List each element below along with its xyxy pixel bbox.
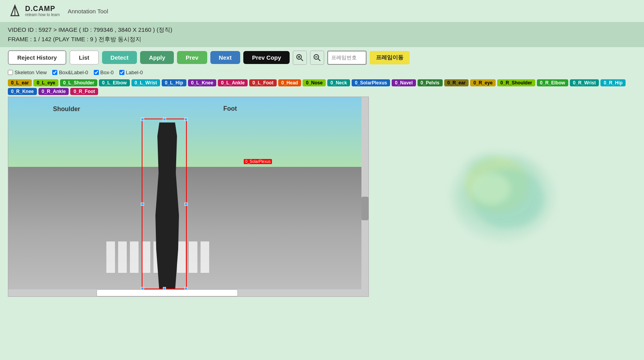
annotation-tool-label: Annotation Tool [68,8,108,15]
tag-0_R_Shoulder[interactable]: 0_R_Shoulder [497,79,535,86]
handle-middle-right[interactable] [184,203,188,206]
tag-0_R_Ankle[interactable]: 0_R_Ankle [38,88,69,95]
solar-plexus-label: 0_SolarPlexus [244,159,272,164]
sky [8,97,369,167]
label-0-input[interactable] [119,70,124,75]
toolbar: Reject History List Detect Apply Prev Ne… [0,47,644,68]
zoom-out-icon [313,54,321,62]
skeleton-view-checkbox[interactable]: Skeleton View [8,69,47,75]
zoom-in-icon [296,54,304,62]
svg-line-8 [318,59,320,61]
zoom-out-button[interactable] [310,51,324,65]
tag-0_L_ear[interactable]: 0_L_ear [8,79,32,86]
horizontal-scrollbar-thumb[interactable] [97,289,238,296]
horizontal-scrollbar[interactable] [8,289,361,296]
tag-0_L_Knee[interactable]: 0_L_Knee [188,79,217,86]
label-0-checkbox[interactable]: Label-0 [119,69,143,75]
info-line2: FRAME : 1 / 142 (PLAY TIME : 9 ) 전후방 동시정… [8,35,636,44]
main-content: 0_SolarPlexus [0,97,644,297]
tag-0_L_Foot[interactable]: 0_L_Foot [249,79,276,86]
scrollbar-thumb[interactable] [361,197,369,220]
handle-middle-left[interactable] [141,203,144,206]
box-0-label: Box-0 [100,69,114,75]
handle-top-center[interactable] [163,118,166,121]
box-0-checkbox[interactable]: Box-0 [94,69,114,75]
right-panel [369,97,636,297]
svg-line-4 [301,59,303,61]
zoom-in-button[interactable] [293,51,307,65]
tag-0_SolarPlexus[interactable]: 0_SolarPlexus [352,79,390,86]
tag-0_Nose[interactable]: 0_Nose [303,79,326,86]
logo-subtitle: relearn how to learn [25,13,60,17]
skeleton-view-label: Skeleton View [15,69,47,75]
logo-area: D.CAMP relearn how to learn [8,4,60,18]
skeleton-view-input[interactable] [8,70,13,75]
tag-0_L_Elbow[interactable]: 0_L_Elbow [99,79,130,86]
watercolor-svg [440,138,566,256]
bounding-box[interactable] [142,119,187,289]
tag-0_R_Wrist[interactable]: 0_R_Wrist [570,79,599,86]
header: D.CAMP relearn how to learn Annotation T… [0,0,644,22]
road-surface [8,167,369,296]
tag-0_R_Foot[interactable]: 0_R_Foot [70,88,98,95]
box-label-0-input[interactable] [52,70,57,75]
logo-title: D.CAMP [25,5,60,13]
tag-0_R_ear[interactable]: 0_R_ear [444,79,469,86]
tag-0_Navel[interactable]: 0_Navel [392,79,416,86]
tag-0_Neck[interactable]: 0_Neck [327,79,350,86]
next-button[interactable]: Next [210,51,241,64]
frame-number-input[interactable] [327,51,367,65]
tag-0_L_Ankle[interactable]: 0_L_Ankle [218,79,248,86]
box-label-0-label: Box&Label-0 [59,69,88,75]
tag-0_L_Wrist[interactable]: 0_L_Wrist [131,79,160,86]
road-background [8,97,369,296]
apply-button[interactable]: Apply [140,51,174,64]
tag-0_Head[interactable]: 0_Head [278,79,301,86]
prev-copy-button[interactable]: Prev Copy [243,51,290,64]
tag-0_Pelvis[interactable]: 0_Pelvis [418,79,443,86]
watercolor-visualization [440,138,566,256]
box-label-0-checkbox[interactable]: Box&Label-0 [52,69,88,75]
tag-0_L_eye[interactable]: 0_L_eye [33,79,58,86]
handle-top-right[interactable] [184,118,188,121]
info-bar: VIDEO ID : 5927 > IMAGE ( ID : 799346 , … [0,22,644,47]
list-button[interactable]: List [69,50,99,65]
tag-0_R_Elbow[interactable]: 0_R_Elbow [537,79,568,86]
box-0-input[interactable] [94,70,99,75]
logo-icon [8,4,22,18]
tag-0_R_Hip[interactable]: 0_R_Hip [600,79,626,86]
detect-button[interactable]: Detect [102,51,137,64]
checkbox-area: Skeleton View Box&Label-0 Box-0 Label-0 [0,68,644,78]
info-line1: VIDEO ID : 5927 > IMAGE ( ID : 799346 , … [8,25,636,35]
tag-0_R_eye[interactable]: 0_R_eye [470,79,496,86]
tag-0_L_Shoulder[interactable]: 0_L_Shoulder [60,79,97,86]
tag-0_R_Knee[interactable]: 0_R_Knee [8,88,37,95]
tag-0_L_Hip[interactable]: 0_L_Hip [162,79,186,86]
label-0-label: Label-0 [126,69,143,75]
image-area[interactable]: 0_SolarPlexus [8,97,369,297]
frame-move-button[interactable]: 프레임이동 [370,51,410,64]
vertical-scrollbar[interactable] [361,97,369,296]
handle-top-left[interactable] [141,118,144,121]
reject-history-button[interactable]: Reject History [8,50,66,65]
prev-button[interactable]: Prev [177,51,207,64]
tags-bar: 0_L_ear0_L_eye0_L_Shoulder0_L_Elbow0_L_W… [0,78,644,97]
logo-text: D.CAMP relearn how to learn [25,5,60,17]
